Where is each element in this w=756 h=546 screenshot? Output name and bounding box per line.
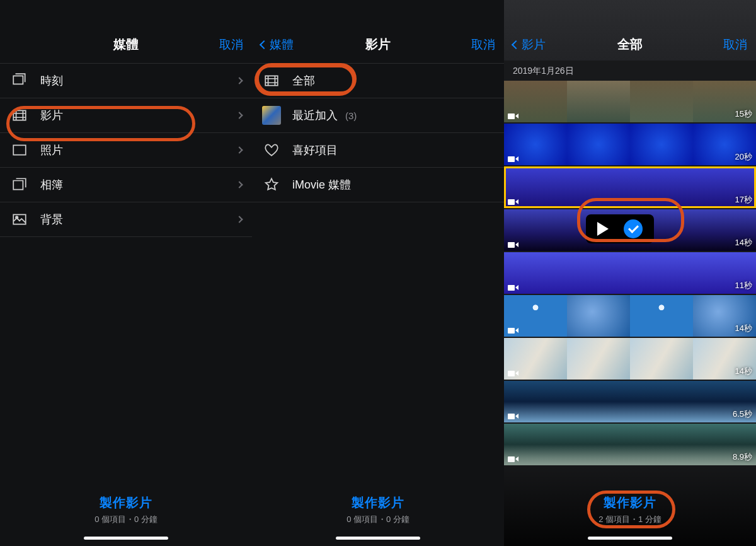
home-indicator xyxy=(336,537,420,540)
back-label: 影片 xyxy=(522,37,546,53)
list-row-photo[interactable]: 照片 xyxy=(0,133,252,168)
panel-all-videos: 影片 全部 取消 2019年1月26日 15秒20秒17秒14秒11秒14秒14… xyxy=(504,0,756,546)
play-icon[interactable] xyxy=(597,222,609,236)
row-label: 時刻 xyxy=(40,73,63,88)
nav-bar: 影片 全部 取消 xyxy=(504,0,756,61)
list-row-thumb[interactable]: 最近加入(3) xyxy=(252,98,504,133)
chevron-right-icon xyxy=(236,181,243,188)
bg-icon xyxy=(10,210,29,229)
clip-duration: 15秒 xyxy=(735,108,752,120)
moments-icon xyxy=(10,71,29,90)
video-clips-list: 15秒20秒17秒14秒11秒14秒14秒6.5秒8.9秒 xyxy=(504,81,756,465)
video-camera-icon xyxy=(508,241,519,248)
list-row-album[interactable]: 相簿 xyxy=(0,168,252,202)
video-categories-list: 全部最近加入(3)喜好項目iMovie 媒體 xyxy=(252,63,504,202)
footer-subtitle: 2 個項目・1 分鐘 xyxy=(504,514,756,525)
date-header: 2019年1月26日 xyxy=(504,61,756,81)
cancel-button[interactable]: 取消 xyxy=(723,37,747,53)
video-icon xyxy=(10,106,29,125)
row-label: 背景 xyxy=(40,212,63,227)
back-button[interactable]: 媒體 xyxy=(261,37,294,53)
nav-bar: 媒體 影片 取消 xyxy=(252,0,504,61)
video-camera-icon xyxy=(508,327,519,334)
list-row-star[interactable]: iMovie 媒體 xyxy=(252,168,504,202)
video-clip[interactable]: 6.5秒 xyxy=(504,381,756,422)
back-button[interactable]: 影片 xyxy=(513,37,546,53)
panel-media: 媒體 取消 時刻影片照片相簿背景 製作影片 0 個項目・0 分鐘 xyxy=(0,0,252,546)
clip-duration: 20秒 xyxy=(735,151,752,163)
clip-duration: 11秒 xyxy=(735,280,752,291)
nav-bar: 媒體 取消 xyxy=(0,0,252,61)
video-clip[interactable]: 8.9秒 xyxy=(504,424,756,465)
create-movie-button[interactable]: 製作影片 xyxy=(252,494,504,511)
thumbnail-icon xyxy=(262,106,281,125)
list-row-heart[interactable]: 喜好項目 xyxy=(252,133,504,168)
video-camera-icon xyxy=(508,198,519,206)
video-camera-icon xyxy=(508,284,519,291)
nav-title: 影片 xyxy=(365,37,391,51)
chevron-left-icon xyxy=(260,40,268,49)
list-row-video[interactable]: 影片 xyxy=(0,98,252,133)
photo-icon xyxy=(10,141,29,160)
list-row-bg[interactable]: 背景 xyxy=(0,202,252,237)
star-icon xyxy=(262,175,281,194)
footer: 製作影片 0 個項目・0 分鐘 xyxy=(252,494,504,540)
footer-subtitle: 0 個項目・0 分鐘 xyxy=(0,514,252,525)
heart-icon xyxy=(262,141,281,160)
video-clip[interactable]: 14秒 xyxy=(504,295,756,337)
video-clip[interactable]: 17秒 xyxy=(504,166,756,208)
footer-subtitle: 0 個項目・0 分鐘 xyxy=(252,514,504,525)
clip-duration: 8.9秒 xyxy=(733,451,752,463)
video-clip[interactable]: 15秒 xyxy=(504,81,756,122)
row-label: 照片 xyxy=(40,142,63,158)
footer: 製作影片 0 個項目・0 分鐘 xyxy=(0,494,252,540)
video-clip[interactable]: 14秒 xyxy=(504,209,756,251)
row-label: iMovie 媒體 xyxy=(292,177,351,192)
row-label: 喜好項目 xyxy=(292,142,338,158)
video-camera-icon xyxy=(508,155,519,163)
video-clip[interactable]: 11秒 xyxy=(504,252,756,294)
clip-duration: 14秒 xyxy=(735,237,752,248)
cancel-button[interactable]: 取消 xyxy=(219,37,243,53)
selection-popup xyxy=(586,214,654,243)
home-indicator xyxy=(588,537,672,540)
video-camera-icon xyxy=(508,412,519,420)
album-icon xyxy=(10,175,29,194)
chevron-right-icon xyxy=(236,112,243,119)
row-label: 全部 xyxy=(292,73,315,88)
clip-duration: 14秒 xyxy=(735,366,752,377)
chevron-left-icon xyxy=(512,40,520,49)
video-camera-icon xyxy=(508,455,519,463)
video-clip[interactable]: 20秒 xyxy=(504,124,756,165)
back-label: 媒體 xyxy=(270,37,294,53)
clip-duration: 14秒 xyxy=(735,323,752,334)
list-row-moments[interactable]: 時刻 xyxy=(0,64,252,98)
clip-duration: 17秒 xyxy=(735,194,752,206)
video-icon xyxy=(262,71,281,90)
video-clip[interactable]: 14秒 xyxy=(504,338,756,380)
row-label: 相簿 xyxy=(40,177,63,192)
create-movie-button[interactable]: 製作影片 xyxy=(504,494,756,511)
row-label: 影片 xyxy=(40,108,63,123)
row-label: 最近加入 xyxy=(292,108,338,123)
chevron-right-icon xyxy=(236,146,243,153)
nav-title: 全部 xyxy=(617,37,643,51)
row-count: (3) xyxy=(345,110,357,121)
home-indicator xyxy=(84,537,168,540)
footer: 製作影片 2 個項目・1 分鐘 xyxy=(504,494,756,540)
video-camera-icon xyxy=(508,112,519,120)
panel-videos: 媒體 影片 取消 全部最近加入(3)喜好項目iMovie 媒體 製作影片 0 個… xyxy=(252,0,504,546)
media-list: 時刻影片照片相簿背景 xyxy=(0,63,252,237)
create-movie-button[interactable]: 製作影片 xyxy=(0,494,252,511)
chevron-right-icon xyxy=(236,216,243,223)
select-check-icon[interactable] xyxy=(624,219,643,238)
list-row-video[interactable]: 全部 xyxy=(252,64,504,98)
clip-duration: 6.5秒 xyxy=(733,409,752,420)
cancel-button[interactable]: 取消 xyxy=(471,37,495,53)
video-camera-icon xyxy=(508,369,519,377)
chevron-right-icon xyxy=(236,77,243,84)
nav-title: 媒體 xyxy=(113,37,139,51)
